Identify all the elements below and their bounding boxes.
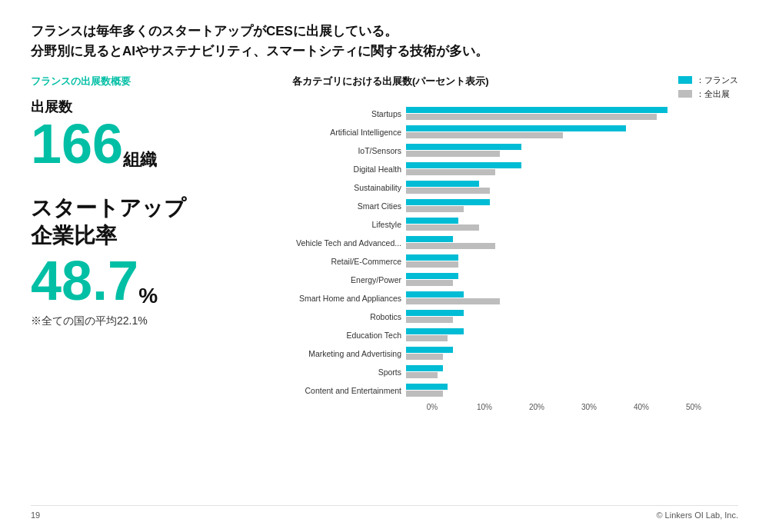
bar-label: Digital Health — [292, 165, 406, 174]
all-bar — [406, 188, 490, 194]
bar-row: Smart Cities — [292, 198, 738, 214]
bar-row: Sports — [292, 364, 738, 380]
bar-group — [406, 328, 464, 341]
bar-row: Smart Home and Appliances — [292, 291, 738, 306]
copyright: © Linkers OI Lab, Inc. — [656, 510, 738, 520]
all-bar — [406, 280, 453, 286]
bar-row: Artificial Intelligence — [292, 125, 738, 140]
bar-group — [406, 162, 521, 175]
all-bar — [406, 317, 453, 323]
bar-label: Content and Entertainment — [292, 386, 406, 395]
stat1-unit: 組織 — [123, 150, 157, 169]
bar-row: Digital Health — [292, 161, 738, 177]
page: フランスは毎年多くのスタートアップがCESに出展している。 分野別に見るとAIや… — [0, 0, 769, 532]
bar-group — [406, 144, 521, 157]
france-bar — [406, 384, 448, 390]
all-bar — [406, 298, 500, 304]
header-line2: 分野別に見るとAIやサステナビリティ、スマートシティに関する技術が多い。 — [31, 42, 738, 62]
bar-row: Marketing and Advertising — [292, 346, 738, 361]
chart-header: 各カテゴリにおける出展数(パーセント表示) ：フランス ：全出展 — [292, 75, 738, 100]
france-bar — [406, 273, 458, 279]
stat2-number: 48.7 — [31, 253, 138, 308]
bar-row: IoT/Sensors — [292, 143, 738, 158]
stat1-number: 166 — [31, 116, 123, 171]
all-bar — [406, 114, 657, 120]
france-bar — [406, 107, 667, 113]
bar-label: IoT/Sensors — [292, 146, 406, 155]
right-panel: 各カテゴリにおける出展数(パーセント表示) ：フランス ：全出展 Startup… — [292, 75, 738, 411]
france-bar — [406, 328, 464, 334]
stat-block-1: 出展数 166組織 — [31, 98, 292, 171]
stat2-value-row: 48.7% — [31, 253, 292, 308]
left-panel: フランスの出展数概要 出展数 166組織 スタートアップ 企業比率 48.7% … — [31, 75, 292, 411]
bar-label: Marketing and Advertising — [292, 349, 406, 358]
bar-group — [406, 291, 500, 304]
legend-all-label: ：全出展 — [696, 88, 730, 100]
france-bar — [406, 310, 464, 316]
bar-group — [406, 310, 464, 323]
header-line1: フランスは毎年多くのスタートアップがCESに出展している。 — [31, 22, 738, 42]
footer: 19 © Linkers OI Lab, Inc. — [31, 505, 738, 520]
legend-france-label: ：フランス — [696, 75, 738, 86]
france-bar — [406, 365, 443, 371]
legend-france: ：フランス — [678, 75, 738, 86]
bar-label: Lifestyle — [292, 220, 406, 229]
x-tick: 20% — [511, 403, 563, 411]
bar-group — [406, 254, 458, 268]
bar-row: Energy/Power — [292, 272, 738, 288]
all-bar — [406, 206, 464, 212]
france-bar — [406, 236, 453, 242]
x-tick: 0% — [406, 403, 458, 411]
bar-row: Lifestyle — [292, 217, 738, 232]
france-bar — [406, 291, 464, 298]
right-section-label: 各カテゴリにおける出展数(パーセント表示) — [292, 75, 489, 88]
all-bar — [406, 391, 443, 397]
all-bar — [406, 224, 479, 231]
bar-label: Retail/E-Commerce — [292, 257, 406, 266]
france-bar — [406, 162, 521, 168]
bar-label: Energy/Power — [292, 275, 406, 284]
france-bar — [406, 199, 490, 205]
x-axis: 0%10%20%30%40%50% — [406, 403, 738, 411]
france-bar — [406, 144, 521, 150]
france-bar — [406, 181, 479, 187]
bar-label: Robotics — [292, 312, 406, 321]
legend-all-color — [678, 90, 692, 98]
bar-label: Startups — [292, 109, 406, 118]
x-tick: 30% — [563, 403, 615, 411]
bar-group — [406, 125, 626, 138]
legend-france-color — [678, 76, 692, 84]
content-area: フランスの出展数概要 出展数 166組織 スタートアップ 企業比率 48.7% … — [31, 75, 738, 411]
bar-row: Robotics — [292, 309, 738, 324]
bar-row: Education Tech — [292, 328, 738, 343]
bar-row: Sustainability — [292, 180, 738, 195]
bar-group — [406, 273, 458, 286]
bar-label: Artificial Intelligence — [292, 128, 406, 137]
chart-legend: ：フランス ：全出展 — [678, 75, 738, 100]
bar-chart: StartupsArtificial IntelligenceIoT/Senso… — [292, 106, 738, 398]
x-tick: 40% — [615, 403, 667, 411]
left-section-label: フランスの出展数概要 — [31, 75, 292, 88]
bar-group — [406, 199, 490, 212]
bar-label: Education Tech — [292, 331, 406, 340]
bar-group — [406, 236, 495, 249]
france-bar — [406, 347, 453, 353]
all-bar — [406, 372, 438, 378]
all-bar — [406, 354, 443, 360]
all-bar — [406, 261, 458, 268]
stat-block-2: スタートアップ 企業比率 48.7% ※全ての国の平均22.1% — [31, 195, 292, 329]
bar-label: Vehicle Tech and Advanced... — [292, 238, 406, 248]
bar-group — [406, 107, 667, 120]
all-bar — [406, 132, 563, 138]
bar-label: Sustainability — [292, 183, 406, 192]
bar-row: Startups — [292, 106, 738, 121]
bar-group — [406, 218, 479, 231]
all-bar — [406, 151, 500, 157]
x-tick: 10% — [458, 403, 511, 411]
bar-row: Content and Entertainment — [292, 383, 738, 398]
france-bar — [406, 125, 626, 131]
france-bar — [406, 254, 458, 261]
chart-container: StartupsArtificial IntelligenceIoT/Senso… — [292, 106, 738, 411]
all-bar — [406, 335, 448, 341]
all-bar — [406, 243, 495, 249]
